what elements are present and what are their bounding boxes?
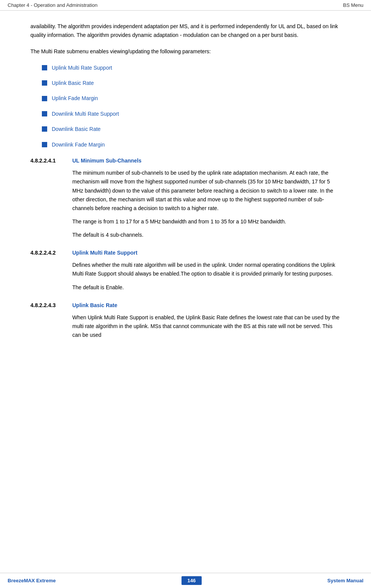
header-left: Chapter 4 - Operation and Administration — [8, 2, 97, 8]
section-paragraph: The minimum number of sub-channels to be… — [72, 169, 341, 212]
section-header: 4.8.2.2.4.2 Uplink Multi Rate Support — [30, 249, 341, 257]
section-4-8-2-2-4-2: 4.8.2.2.4.2 Uplink Multi Rate Support De… — [30, 249, 341, 292]
list-item: Uplink Basic Rate — [42, 79, 341, 87]
header-right: BS Menu — [343, 2, 363, 8]
section-title: UL Minimum Sub-Channels — [72, 156, 142, 165]
bullet-icon — [42, 96, 47, 101]
section-paragraph: The default is 4 sub-channels. — [72, 231, 341, 239]
section-title: Uplink Multi Rate Support — [72, 249, 137, 257]
list-item: Downlink Multi Rate Support — [42, 110, 341, 118]
section-number: 4.8.2.2.4.3 — [30, 301, 65, 309]
section-paragraph: Defines whether the multi rate algorithm… — [72, 261, 341, 278]
submenu-intro: The Multi Rate submenu enables viewing/u… — [30, 47, 341, 56]
footer-left: BreezeMAX Extreme — [8, 578, 56, 583]
section-paragraph: The range is from 1 to 17 for a 5 MHz ba… — [72, 217, 341, 226]
bullet-link-uplink-basic-rate[interactable]: Uplink Basic Rate — [52, 79, 94, 87]
section-paragraph: The default is Enable. — [72, 283, 341, 292]
content-area: availability. The algorithm provides ind… — [0, 11, 371, 573]
bullet-link-downlink-fade-margin[interactable]: Downlink Fade Margin — [52, 140, 105, 149]
bullet-icon — [42, 126, 47, 132]
section-4-8-2-2-4-3: 4.8.2.2.4.3 Uplink Basic Rate When Uplin… — [30, 301, 341, 340]
bullet-icon — [42, 142, 47, 147]
bullet-link-uplink-multi-rate-support[interactable]: Uplink Multi Rate Support — [52, 64, 112, 72]
bullet-icon — [42, 65, 47, 70]
section-body: Defines whether the multi rate algorithm… — [72, 261, 341, 292]
header-bar: Chapter 4 - Operation and Administration… — [0, 0, 371, 11]
bullet-list: Uplink Multi Rate Support Uplink Basic R… — [42, 64, 341, 149]
section-paragraph: When Uplink Multi Rate Support is enable… — [72, 313, 341, 339]
footer-right: System Manual — [327, 578, 363, 583]
bullet-link-downlink-basic-rate[interactable]: Downlink Basic Rate — [52, 125, 100, 133]
section-body: The minimum number of sub-channels to be… — [72, 169, 341, 239]
section-4-8-2-2-4-1: 4.8.2.2.4.1 UL Minimum Sub-Channels The … — [30, 156, 341, 239]
section-number: 4.8.2.2.4.1 — [30, 156, 65, 165]
section-header: 4.8.2.2.4.1 UL Minimum Sub-Channels — [30, 156, 341, 165]
bullet-icon — [42, 111, 47, 116]
list-item: Downlink Basic Rate — [42, 125, 341, 133]
footer-bar: BreezeMAX Extreme 146 System Manual — [0, 573, 371, 588]
list-item: Uplink Fade Margin — [42, 94, 341, 102]
section-body: When Uplink Multi Rate Support is enable… — [72, 313, 341, 339]
page-container: Chapter 4 - Operation and Administration… — [0, 0, 371, 588]
bullet-link-downlink-multi-rate-support[interactable]: Downlink Multi Rate Support — [52, 110, 119, 118]
intro-paragraph: availability. The algorithm provides ind… — [30, 22, 341, 40]
bullet-link-uplink-fade-margin[interactable]: Uplink Fade Margin — [52, 94, 98, 102]
section-number: 4.8.2.2.4.2 — [30, 249, 65, 257]
bullet-icon — [42, 80, 47, 86]
footer-page-number: 146 — [182, 576, 202, 585]
list-item: Uplink Multi Rate Support — [42, 64, 341, 72]
section-title: Uplink Basic Rate — [72, 301, 117, 309]
section-header: 4.8.2.2.4.3 Uplink Basic Rate — [30, 301, 341, 309]
list-item: Downlink Fade Margin — [42, 140, 341, 149]
